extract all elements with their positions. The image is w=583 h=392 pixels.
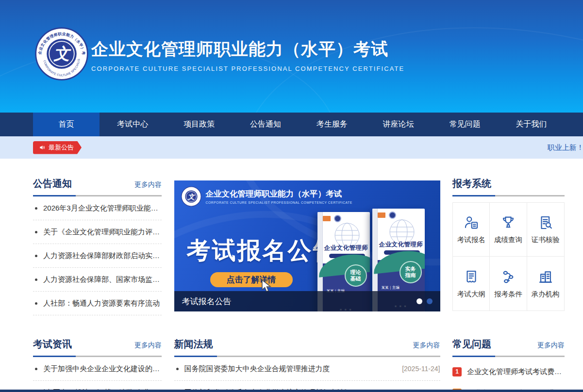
list-item[interactable]: 关于《企业文化管理师职业能力评价规... [33,220,162,244]
apply-system-panel: 报考系统 考试报名 成绩查询 [452,177,565,315]
apply-entry-host-organization[interactable]: 承办机构 [527,257,564,310]
syllabus-icon [463,269,480,285]
nav-item-home[interactable]: 首页 [33,113,100,136]
laws-news-panel: 新闻法规 更多内容 国务院国资委加大中央企业合规管理推进力度 [2025-11-… [174,338,440,392]
apply-entry-score-query[interactable]: 成绩查询 [490,203,527,257]
list-item[interactable]: 人力资源社会保障部财政部启动实施“... [33,244,162,268]
globe-icon [381,215,423,245]
organization-building-icon [537,269,554,285]
book-title: 企业文化管理师 [378,241,425,249]
certificate-search-icon [537,214,554,231]
nav-item-candidate-services[interactable]: 考生服务 [299,113,366,136]
svg-text:文: 文 [187,193,195,200]
exam-news-panel: 考试资讯 更多内容 关于加强中央企业企业文化建设的指导... 以“正直、豁达、智… [33,338,162,392]
apply-entry-apply-conditions[interactable]: 报考条件 [490,257,527,310]
site-logo: 企业文化管理师职业能力（水平）考试 CORPORATE CULTURE SPEC… [35,27,88,81]
bullet-icon [35,255,37,257]
announcements-panel: 公告通知 更多内容 2026年3月企业文化管理师职业能力（... 关于《企业文化… [33,177,162,315]
main-nav: 首页 考试中心 项目政策 公告通知 考生服务 讲座论坛 常见问题 关于我们 [0,113,583,136]
faq-panel: 常见问题 更多内容 1 企业文化管理师考试考试费多少，... 2 企业文化管理师… [452,338,565,392]
book-author: 某某｜主编 [382,285,400,290]
banner-detail-button[interactable]: 点击了解详情 [210,272,293,287]
news-date: [2025-11-24] [397,365,440,373]
bullet-icon [35,368,37,370]
nav-item-announcements[interactable]: 公告通知 [233,113,299,136]
bullet-icon [35,302,37,305]
latest-notice-label: 最新公告 [49,143,74,152]
bullet-icon [35,278,37,281]
speaker-icon [39,144,46,151]
list-item[interactable]: 人力资源社会保障部、国家市场监督管... [33,268,162,292]
notice-ticker-text[interactable]: 职业上新！4 [548,143,583,152]
book-title: 企业文化管理师 [323,244,370,252]
bullet-icon [35,231,37,233]
faq-more-link[interactable]: 更多内容 [537,341,565,350]
apply-entry-exam-registration[interactable]: 考试报名 [453,203,490,257]
announcements-title: 公告通知 [33,177,72,190]
site-subtitle: CORPORATE CULTURE SPECIALIST PROFESSIONA… [91,65,404,72]
apply-system-title: 报考系统 [452,177,491,190]
faq-item[interactable]: 1 企业文化管理师考试考试费多少，... [452,361,565,382]
announcements-more-link[interactable]: 更多内容 [134,180,162,189]
laws-news-title: 新闻法规 [174,338,213,351]
exam-news-title: 考试资讯 [33,338,72,351]
carousel-dot-1[interactable] [416,298,422,304]
book-badge-practice: 实务指南 [400,261,422,283]
nav-item-lectures-forum[interactable]: 讲座论坛 [365,113,432,136]
site-header: 企业文化管理师职业能力（水平）考试 CORPORATE CULTURE SPEC… [0,0,583,113]
faq-title: 常见问题 [452,338,491,351]
banner-logo-title: 企业文化管理师职业能力（水平）考试 [206,189,352,199]
faq-rank-badge: 1 [452,367,462,376]
bullet-icon [35,207,37,210]
latest-notice-badge[interactable]: 最新公告 [33,141,82,154]
user-register-icon [463,214,480,231]
list-item[interactable]: 国务院国资委加大中央企业合规管理推进力度 [2025-11-24] [174,357,440,381]
bullet-icon [176,368,179,370]
list-item[interactable]: 关于加强中央企业企业文化建设的指导... [33,357,162,381]
footer-top-strip [0,390,583,392]
svg-text:文: 文 [53,44,72,63]
book-badge-theory: 理论基础 [345,264,367,287]
nav-item-policies[interactable]: 项目政策 [166,113,233,136]
nav-item-faq[interactable]: 常见问题 [432,113,498,136]
trophy-icon [500,214,516,231]
site-title: 企业文化管理师职业能力（水平）考试 [91,38,404,61]
apply-entry-certificate-verify[interactable]: 证书核验 [527,203,564,257]
globe-icon [326,219,368,248]
banner-carousel: 文 企业文化管理师职业能力（水平）考试 CORPORATE CULTURE SP… [174,177,440,315]
nav-item-about-us[interactable]: 关于我们 [498,113,565,136]
banner-headline: 考试报名公告 [187,235,338,267]
notice-bar: 最新公告 职业上新！4 [0,136,583,159]
list-item[interactable]: 2026年3月企业文化管理师职业能力（... [33,196,162,220]
laws-news-more-link[interactable]: 更多内容 [413,341,440,350]
exam-news-more-link[interactable]: 更多内容 [134,341,162,350]
banner-logo: 文 [181,186,201,207]
panel-rule [452,356,565,357]
banner-logo-subtitle: CORPORATE CULTURE SPECIALIST PROFESSIONA… [206,201,352,204]
conditions-flow-icon [500,269,516,285]
list-item[interactable]: 人社部：畅通人力资源要素有序流动 [33,292,162,315]
apply-entry-exam-syllabus[interactable]: 考试大纲 [453,257,490,310]
banner-slide-exam-registration[interactable]: 文 企业文化管理师职业能力（水平）考试 CORPORATE CULTURE SP… [174,180,440,311]
main-content: 公告通知 更多内容 2026年3月企业文化管理师职业能力（... 关于《企业文化… [33,159,565,392]
mouse-cursor-icon [261,279,273,293]
banner-caption: 考试报名公告 [182,296,232,307]
nav-item-exam-center[interactable]: 考试中心 [100,113,166,136]
panel-rule [452,195,565,196]
carousel-dot-2[interactable] [427,298,433,304]
